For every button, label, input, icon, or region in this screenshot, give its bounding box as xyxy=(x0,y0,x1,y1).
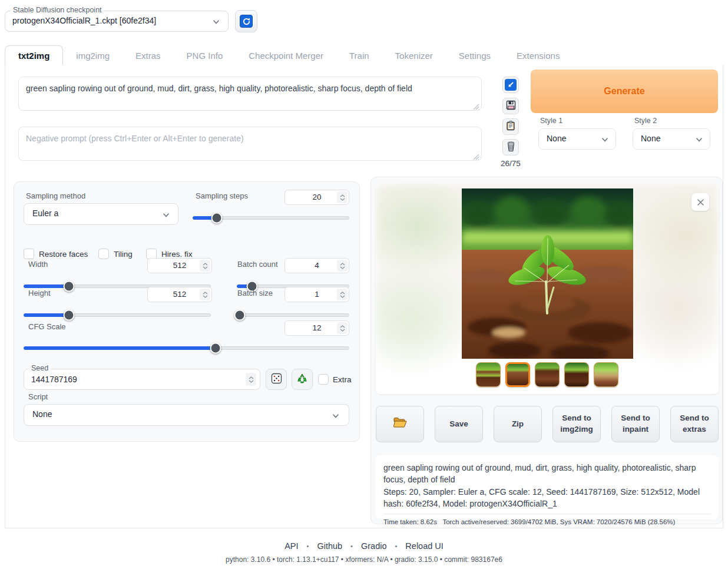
tab-png-info[interactable]: PNG Info xyxy=(174,46,236,65)
number-spinner[interactable] xyxy=(200,289,210,300)
number-spinner[interactable] xyxy=(337,289,348,300)
number-spinner[interactable] xyxy=(337,322,348,334)
gallery xyxy=(376,183,719,394)
style2-label: Style 2 xyxy=(634,117,657,125)
floppy-disk-icon xyxy=(506,100,516,113)
clear-prompt-button[interactable] xyxy=(502,139,519,156)
tab-extensions[interactable]: Extensions xyxy=(504,46,573,65)
token-counter: 26/75 xyxy=(498,159,524,168)
send-to-inpaint-button[interactable]: Send to inpaint xyxy=(611,406,660,442)
zip-button[interactable]: Zip xyxy=(494,406,542,442)
footer-link-api[interactable]: API xyxy=(284,541,298,551)
dot-separator: • xyxy=(395,542,398,550)
batch-size-slider[interactable] xyxy=(237,313,349,317)
sampling-steps-slider[interactable] xyxy=(193,216,349,220)
info-prompt-text: green sapling rowing out of ground, mud,… xyxy=(383,462,711,486)
sampling-method-label: Sampling method xyxy=(26,191,85,200)
batch-size-input[interactable]: 1 xyxy=(284,287,349,302)
apply-style-button[interactable] xyxy=(502,118,519,135)
prompt-textarea[interactable]: green sapling rowing out of ground, mud,… xyxy=(18,77,482,111)
thumbnail-2-selected[interactable] xyxy=(505,362,530,387)
generation-info: green sapling rowing out of ground, mud,… xyxy=(376,455,719,519)
sampling-method-dropdown[interactable]: Euler a xyxy=(24,203,178,225)
tiling-label: Tiling xyxy=(114,250,133,259)
number-spinner[interactable] xyxy=(337,191,348,203)
save-button[interactable]: Save xyxy=(435,406,483,442)
tab-extras[interactable]: Extras xyxy=(123,46,174,65)
style2-dropdown[interactable]: None xyxy=(633,128,710,150)
chevron-down-icon xyxy=(696,136,703,143)
cfg-scale-slider[interactable] xyxy=(24,346,349,350)
footer-link-github[interactable]: Github xyxy=(317,541,342,551)
tab-img2img[interactable]: img2img xyxy=(63,46,123,65)
generated-image[interactable] xyxy=(462,188,633,359)
number-spinner[interactable] xyxy=(337,260,348,272)
thumbnail-3[interactable] xyxy=(535,362,560,387)
footer-link-reload-ui[interactable]: Reload UI xyxy=(405,541,443,551)
recycle-icon xyxy=(296,372,308,386)
number-spinner[interactable] xyxy=(200,260,210,272)
thumbnail-4[interactable] xyxy=(564,362,589,387)
sampling-steps-input[interactable]: 20 xyxy=(284,190,349,205)
style1-value: None xyxy=(547,134,566,143)
style1-dropdown[interactable]: None xyxy=(538,128,616,150)
seed-input[interactable]: Seed 1441787169 xyxy=(24,369,260,390)
width-input[interactable]: 512 xyxy=(147,258,212,273)
paste-generation-params-button[interactable] xyxy=(502,77,519,93)
clipboard-icon xyxy=(506,121,515,133)
tab-checkpoint-merger[interactable]: Checkpoint Merger xyxy=(236,46,336,65)
chevron-down-icon xyxy=(163,211,170,219)
gallery-thumbnails xyxy=(476,362,618,387)
tab-settings[interactable]: Settings xyxy=(446,46,504,65)
refresh-icon xyxy=(240,15,253,28)
generation-settings-panel: Sampling method Euler a Sampling steps 2… xyxy=(14,181,360,442)
seed-label: Seed xyxy=(29,364,51,372)
output-panel: Save Zip Send to img2img Send to inpaint… xyxy=(370,177,723,524)
script-dropdown[interactable]: None xyxy=(24,404,349,426)
cfg-scale-label: CFG Scale xyxy=(28,322,66,331)
tab-train[interactable]: Train xyxy=(336,46,382,65)
seed-value: 1441787169 xyxy=(31,375,77,384)
generate-button[interactable]: Generate xyxy=(531,70,718,113)
open-folder-button[interactable] xyxy=(376,406,424,442)
footer-versions: python: 3.10.6 • torch: 1.13.1+cu117 • x… xyxy=(0,555,728,564)
txt2img-panel: green sapling rowing out of ground, mud,… xyxy=(5,65,723,528)
main-tabs: txt2img img2img Extras PNG Info Checkpoi… xyxy=(5,44,723,65)
negative-prompt-textarea[interactable]: Negative prompt (press Ctrl+Enter or Alt… xyxy=(18,127,482,161)
tab-txt2img[interactable]: txt2img xyxy=(5,45,63,66)
negative-prompt-placeholder: Negative prompt (press Ctrl+Enter or Alt… xyxy=(26,134,244,143)
save-style-button[interactable] xyxy=(502,98,519,114)
number-spinner[interactable] xyxy=(246,373,256,386)
info-time-row: Time taken: 8.62s Torch active/reserved:… xyxy=(383,514,711,527)
checkpoint-dropdown[interactable]: Stable Diffusion checkpoint protogenX34O… xyxy=(5,11,229,32)
chevron-down-icon xyxy=(213,18,220,25)
close-gallery-button[interactable] xyxy=(691,193,709,211)
thumbnail-1[interactable] xyxy=(476,362,501,387)
send-to-img2img-button[interactable]: Send to img2img xyxy=(552,406,601,442)
width-label: Width xyxy=(28,260,48,269)
chevron-down-icon xyxy=(601,136,608,143)
resize-grip-icon[interactable] xyxy=(473,152,479,158)
tab-tokenizer[interactable]: Tokenizer xyxy=(382,46,446,65)
close-icon xyxy=(697,199,704,206)
extra-seed-checkbox[interactable] xyxy=(318,374,329,385)
cfg-scale-input[interactable]: 12 xyxy=(284,320,349,336)
random-seed-button[interactable] xyxy=(266,369,287,390)
tiling-checkbox[interactable] xyxy=(98,249,109,259)
height-input[interactable]: 512 xyxy=(147,287,212,302)
send-to-extras-button[interactable]: Send to extras xyxy=(670,406,719,442)
batch-count-input[interactable]: 4 xyxy=(284,258,349,273)
reuse-seed-button[interactable] xyxy=(292,369,313,390)
thumbnail-5[interactable] xyxy=(594,362,618,387)
height-slider[interactable] xyxy=(24,313,211,317)
prompt-text: green sapling rowing out of ground, mud,… xyxy=(26,84,412,93)
restore-faces-checkbox[interactable] xyxy=(24,249,34,259)
time-taken-text: Time taken: 8.62s xyxy=(383,518,437,525)
chevron-down-icon xyxy=(332,412,339,419)
resize-grip-icon[interactable] xyxy=(473,102,479,108)
footer-link-gradio[interactable]: Gradio xyxy=(361,541,387,551)
script-value: None xyxy=(32,409,52,419)
hires-fix-label: Hires. fix xyxy=(161,250,193,259)
restore-faces-label: Restore faces xyxy=(39,250,88,259)
refresh-checkpoints-button[interactable] xyxy=(235,10,257,32)
